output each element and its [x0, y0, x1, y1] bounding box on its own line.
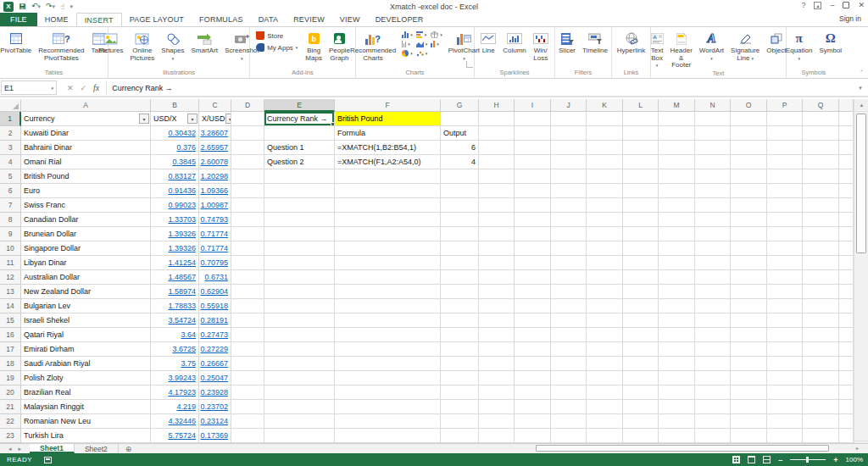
cell-P4[interactable] — [767, 155, 803, 169]
cell-B2[interactable]: 0.30432 — [151, 126, 199, 141]
cell-B23[interactable]: 5.75724 — [151, 429, 199, 443]
cell-A5[interactable]: British Pound — [21, 169, 151, 184]
my-apps-button[interactable]: My Apps ▾ — [256, 43, 298, 52]
cell-J3[interactable] — [551, 141, 587, 155]
cell-H1[interactable] — [479, 112, 515, 126]
cell-K8[interactable] — [587, 213, 623, 227]
ribbon-tab-data[interactable]: DATA — [251, 13, 286, 26]
cell-L3[interactable] — [623, 141, 659, 155]
cell-Q18[interactable] — [803, 357, 839, 371]
cell-G2[interactable]: Output — [441, 126, 479, 141]
pictures-button[interactable]: Pictures — [97, 30, 126, 55]
cell-C14[interactable]: 0.55918 — [199, 299, 231, 313]
row-header-15[interactable]: 15 — [0, 313, 21, 328]
hyperlink-value[interactable]: 0.55918 — [200, 302, 228, 310]
cell-J20[interactable] — [551, 386, 587, 400]
cell-P21[interactable] — [767, 400, 803, 414]
cell-Q23[interactable] — [803, 429, 839, 443]
cell-D19[interactable] — [231, 371, 264, 386]
formula-bar-content[interactable]: Currency Rank → — [107, 84, 853, 92]
ribbon-tab-file[interactable]: FILE — [0, 13, 37, 26]
store-button[interactable]: Store — [256, 31, 298, 40]
cell-E5[interactable] — [264, 169, 335, 184]
zoom-out-icon[interactable]: – — [778, 456, 782, 464]
wordart-button[interactable]: A WordArt▾ — [697, 30, 726, 62]
cell-C23[interactable]: 0.17369 — [199, 429, 231, 443]
cell-B10[interactable]: 1.39326 — [151, 241, 199, 256]
cell-Q4[interactable] — [803, 155, 839, 169]
cell-N9[interactable] — [695, 227, 731, 241]
hyperlink-value[interactable]: 0.70795 — [200, 258, 228, 267]
hyperlink-value[interactable]: 1.41254 — [168, 258, 196, 267]
save-icon[interactable]: 💾︎ — [19, 3, 26, 11]
row-header-16[interactable]: 16 — [0, 328, 21, 342]
cell-P1[interactable] — [767, 112, 803, 126]
cell-J13[interactable] — [551, 285, 587, 299]
cell-Q15[interactable] — [803, 313, 839, 328]
cell-L20[interactable] — [623, 386, 659, 400]
expand-formula-bar-icon[interactable]: ▾ — [853, 85, 868, 92]
cell-F18[interactable] — [335, 357, 441, 371]
column-header-L[interactable]: L — [623, 99, 659, 112]
cell-G6[interactable] — [441, 184, 479, 198]
cell-N4[interactable] — [695, 155, 731, 169]
column-header-N[interactable]: N — [695, 99, 731, 112]
cell-H20[interactable] — [479, 386, 515, 400]
cell-E21[interactable] — [264, 400, 335, 414]
cell-K2[interactable] — [587, 126, 623, 141]
hyperlink-value[interactable]: 0.17369 — [200, 431, 228, 440]
cell-Q16[interactable] — [803, 328, 839, 342]
cell-B21[interactable]: 4.219 — [151, 400, 199, 414]
cell-N14[interactable] — [695, 299, 731, 313]
cell-E10[interactable] — [264, 241, 335, 256]
macro-record-icon[interactable] — [44, 457, 52, 463]
hyperlink-value[interactable]: 0.74793 — [200, 215, 228, 224]
cell-K18[interactable] — [587, 357, 623, 371]
cell-M17[interactable] — [659, 342, 695, 357]
column-header-G[interactable]: G — [441, 99, 479, 112]
cell-M1[interactable] — [659, 112, 695, 126]
cell-M13[interactable] — [659, 285, 695, 299]
cell-I22[interactable] — [515, 414, 551, 429]
cell-M15[interactable] — [659, 313, 695, 328]
cell-Q21[interactable] — [803, 400, 839, 414]
cell-K22[interactable] — [587, 414, 623, 429]
cell-H19[interactable] — [479, 371, 515, 386]
cell-N5[interactable] — [695, 169, 731, 184]
vertical-scrollbar-thumb[interactable] — [856, 114, 866, 253]
cell-B9[interactable]: 1.39326 — [151, 227, 199, 241]
ribbon-tab-insert[interactable]: INSERT — [76, 13, 122, 26]
row-header-11[interactable]: 11 — [0, 256, 21, 270]
cell-F22[interactable] — [335, 414, 441, 429]
cell-C21[interactable]: 0.23702 — [199, 400, 231, 414]
cell-Q7[interactable] — [803, 198, 839, 213]
cell-M6[interactable] — [659, 184, 695, 198]
cell-Q14[interactable] — [803, 299, 839, 313]
customize-qat-icon[interactable]: ▾ — [70, 3, 74, 10]
cell-A2[interactable]: Kuwaiti Dinar — [21, 126, 151, 141]
cell-J17[interactable] — [551, 342, 587, 357]
cell-M20[interactable] — [659, 386, 695, 400]
cell-E20[interactable] — [264, 386, 335, 400]
cell-D17[interactable] — [231, 342, 264, 357]
cell-P8[interactable] — [767, 213, 803, 227]
cell-G9[interactable] — [441, 227, 479, 241]
cell-K9[interactable] — [587, 227, 623, 241]
cell-K13[interactable] — [587, 285, 623, 299]
cell-O4[interactable] — [731, 155, 767, 169]
shapes-button[interactable]: Shapes ▾ — [159, 30, 186, 62]
cell-P10[interactable] — [767, 241, 803, 256]
row-header-18[interactable]: 18 — [0, 357, 21, 371]
cell-B7[interactable]: 0.99023 — [151, 198, 199, 213]
cell-M3[interactable] — [659, 141, 695, 155]
cell-A3[interactable]: Bahraini Dinar — [21, 141, 151, 155]
cell-P9[interactable] — [767, 227, 803, 241]
cell-C20[interactable]: 0.23928 — [199, 386, 231, 400]
cell-C15[interactable]: 0.28191 — [199, 313, 231, 328]
row-header-19[interactable]: 19 — [0, 371, 21, 386]
cell-D2[interactable] — [231, 126, 264, 141]
ribbon-tab-view[interactable]: VIEW — [332, 13, 368, 26]
cell-F20[interactable] — [335, 386, 441, 400]
cell-A8[interactable]: Canadian Dollar — [21, 213, 151, 227]
cell-M22[interactable] — [659, 414, 695, 429]
